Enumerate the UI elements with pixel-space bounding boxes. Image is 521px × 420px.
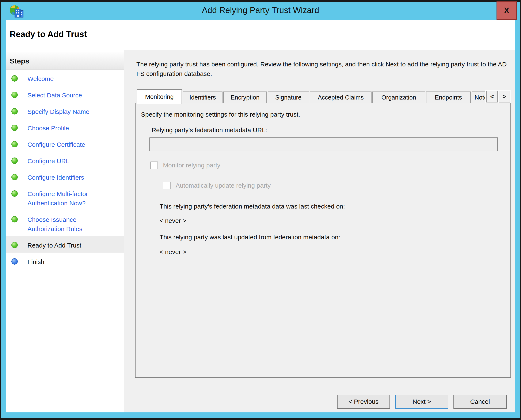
main-pane: The relying party trust has been configu…: [124, 50, 515, 412]
step-done-icon: [11, 190, 18, 197]
tab-scroll-left-button[interactable]: <: [486, 91, 498, 103]
wizard-window: Add Relying Party Trust Wizard X Ready t…: [0, 0, 521, 420]
chevron-left-icon: <: [490, 93, 494, 100]
step-done-icon: [11, 174, 18, 180]
tab-encryption[interactable]: Encryption: [223, 91, 267, 103]
monitor-relying-party-row: Monitor relying party: [150, 162, 220, 169]
last-checked-value: < never >: [160, 217, 187, 224]
auto-update-row: Automatically update relying party: [163, 182, 271, 189]
monitoring-tab-panel: Specify the monitoring settings for this…: [135, 103, 511, 378]
step-upcoming-icon: [11, 258, 18, 265]
previous-button[interactable]: < Previous: [337, 395, 390, 409]
dialog-content: Ready to Add Trust Steps Welcome Select …: [6, 20, 515, 412]
next-button[interactable]: Next >: [395, 395, 448, 409]
step-done-icon: [11, 216, 18, 222]
monitor-relying-party-label: Monitor relying party: [163, 162, 220, 169]
steps-header: Steps: [6, 52, 124, 70]
monitor-relying-party-checkbox: [150, 162, 158, 169]
tab-accepted-claims[interactable]: Accepted Claims: [310, 91, 372, 103]
chevron-right-icon: >: [502, 93, 506, 100]
step-done-icon: [11, 92, 18, 98]
step-current-icon: [11, 242, 18, 248]
steps-header-label: Steps: [10, 57, 29, 65]
tab-organization[interactable]: Organization: [372, 91, 425, 103]
tab-signature[interactable]: Signature: [268, 91, 309, 103]
metadata-url-input: [149, 137, 498, 151]
step-done-icon: [11, 75, 18, 82]
tab-scroll-right-button[interactable]: >: [499, 91, 510, 103]
auto-update-label: Automatically update relying party: [176, 182, 271, 189]
last-updated-value: < never >: [160, 248, 187, 255]
page-description: The relying party trust has been configu…: [136, 60, 515, 78]
tab-identifiers[interactable]: Identifiers: [183, 91, 223, 103]
page-title: Ready to Add Trust: [10, 30, 87, 39]
auto-update-checkbox: [163, 182, 171, 189]
monitoring-intro: Specify the monitoring settings for this…: [141, 111, 300, 118]
tab-endpoints[interactable]: Endpoints: [426, 91, 471, 103]
steps-sidebar: Steps Welcome Select Data Source Specify…: [6, 50, 124, 412]
last-checked-label: This relying party's federation metadata…: [160, 203, 345, 210]
cancel-button[interactable]: Cancel: [453, 395, 507, 409]
step-done-icon: [11, 158, 18, 164]
step-done-icon: [11, 125, 18, 131]
last-updated-label: This relying party was last updated from…: [160, 234, 340, 241]
title-bar: Add Relying Party Trust Wizard X: [1, 2, 520, 20]
close-button[interactable]: X: [497, 1, 517, 20]
metadata-url-label: Relying party's federation metadata URL:: [152, 127, 267, 134]
step-done-icon: [11, 141, 18, 147]
step-done-icon: [11, 108, 18, 114]
window-title: Add Relying Party Trust Wizard: [1, 6, 520, 15]
tab-monitoring[interactable]: Monitoring: [137, 90, 182, 104]
